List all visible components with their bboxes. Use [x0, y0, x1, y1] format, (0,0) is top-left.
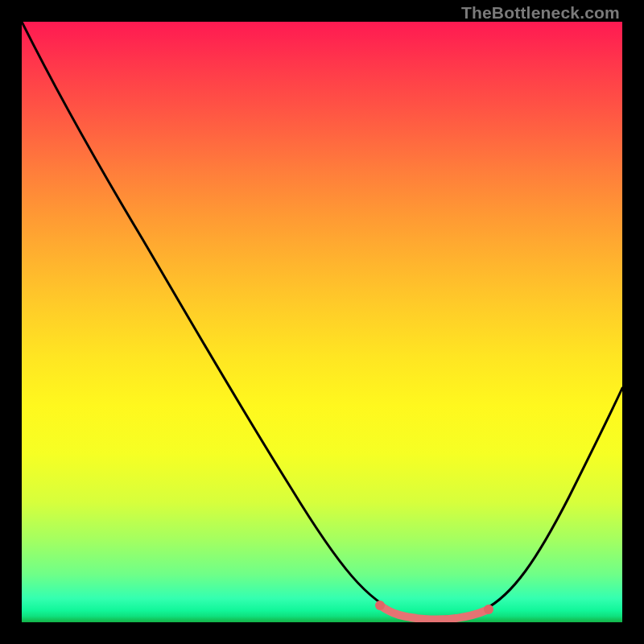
chart-frame: TheBottleneck.com	[0, 0, 644, 644]
optimal-dot-right	[484, 605, 493, 614]
curve-path	[22, 22, 622, 617]
plot-area	[22, 22, 622, 622]
watermark: TheBottleneck.com	[461, 3, 620, 23]
optimal-dot-left	[375, 601, 385, 610]
bottleneck-curve	[22, 22, 622, 622]
optimal-highlight	[380, 605, 489, 620]
